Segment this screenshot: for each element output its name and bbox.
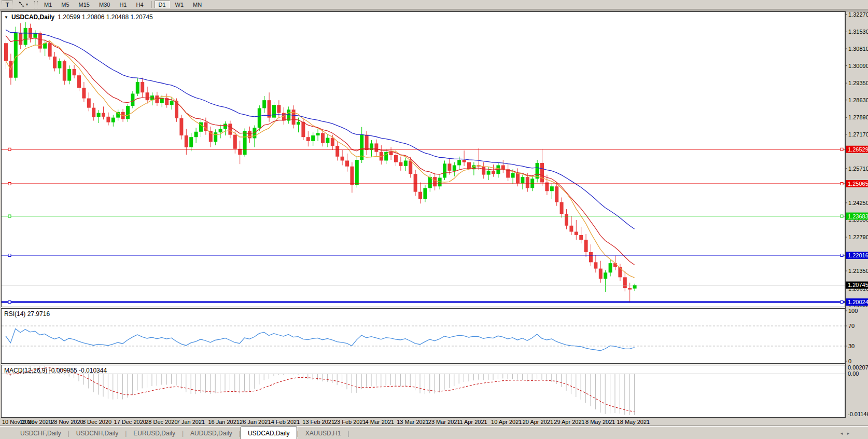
- rsi-scale-tick: 30: [848, 343, 855, 349]
- triangle-down-icon[interactable]: ▼: [4, 15, 8, 20]
- rsi-panel: RSI(14) 27.9716: [1, 308, 845, 364]
- chart-area: ▼ USDCAD,Daily 1.20599 1.20806 1.20488 1…: [0, 11, 868, 426]
- price-tick: 1.21350: [848, 268, 868, 274]
- tab-scroll-arrows: ◂▸: [841, 431, 853, 436]
- timeframe-button-m1[interactable]: M1: [40, 1, 56, 8]
- date-label: 13 Mar 2021: [397, 419, 429, 425]
- line-price-tag-text: 1.23683: [848, 213, 868, 220]
- plot-column: ▼ USDCAD,Daily 1.20599 1.20806 1.20488 1…: [1, 11, 845, 426]
- price-tick: 1.30810: [848, 46, 868, 52]
- timeframe-button-h1[interactable]: H1: [115, 1, 131, 8]
- chart-ohlc-values: 1.20599 1.20806 1.20488 1.20745: [58, 13, 153, 21]
- moving-average-fast: [6, 40, 635, 278]
- date-label: 8 Dec 2020: [82, 419, 111, 425]
- timeframe-toolbar: M1M5M15M30H1H4D1W1MN: [40, 1, 207, 8]
- line-handle[interactable]: [8, 215, 11, 217]
- macd-scale-max: 0.002074: [848, 364, 868, 371]
- terminal-window: T ▾ M1M5M15M30H1H4D1W1MN ▼ USDCAD,Daily …: [0, 0, 868, 439]
- date-label: 26 Jan 2021: [240, 419, 271, 425]
- candles-layer: [4, 22, 637, 303]
- chart-symbol-label: USDCAD,Daily: [11, 13, 54, 21]
- date-label: 17 Dec 2020: [114, 419, 146, 425]
- date-label: 10 Apr 2021: [491, 419, 522, 425]
- horizontal-line-1.22016[interactable]: [2, 254, 845, 256]
- rsi-scale-tick: 0: [848, 358, 851, 364]
- main-chart-canvas[interactable]: [2, 12, 845, 307]
- date-label: 23 Feb 2021: [334, 419, 366, 425]
- text-tool-button[interactable]: T: [2, 1, 13, 8]
- line-handle[interactable]: [8, 183, 11, 185]
- price-tick: 1.27890: [848, 114, 868, 120]
- chart-tab-audusd-daily[interactable]: AUDUSD,Daily: [184, 428, 239, 438]
- date-label: 20 Apr 2021: [523, 419, 553, 425]
- price-tick: 1.28630: [848, 97, 868, 103]
- timeframe-button-m15[interactable]: M15: [75, 1, 94, 8]
- timeframe-button-m5[interactable]: M5: [57, 1, 73, 8]
- toolbar: T ▾ M1M5M15M30H1H4D1W1MN: [0, 0, 868, 9]
- line-price-tag-text: 1.22016: [848, 252, 868, 258]
- macd-label: MACD(12,26,9) -0.009955 -0.010344: [4, 367, 107, 374]
- rsi-label: RSI(14) 27.9716: [4, 310, 50, 318]
- moving-average-mid: [6, 36, 635, 265]
- timeframe-button-w1[interactable]: W1: [171, 1, 188, 8]
- chart-tab-xauusd-h1[interactable]: XAUUSD,H1: [299, 428, 348, 438]
- horizontal-line-1.26529[interactable]: [2, 148, 845, 150]
- chart-tab-bar: USDCHF,Daily|USDCNH,Daily|EURUSD,Daily|A…: [0, 426, 868, 439]
- date-label: 7 Jan 2021: [177, 419, 205, 425]
- line-handle[interactable]: [841, 254, 843, 256]
- date-label: 16 Jan 2021: [208, 419, 240, 425]
- line-price-tag-text: 1.26529: [848, 146, 868, 153]
- macd-scale-min: -0.011462: [848, 411, 868, 417]
- macd-panel: MACD(12,26,9) -0.009955 -0.010344: [1, 365, 845, 418]
- chart-tab-usdcnh-daily[interactable]: USDCNH,Daily: [69, 428, 125, 438]
- timeframe-button-mn[interactable]: MN: [189, 1, 206, 8]
- main-chart-panel: ▼ USDCAD,Daily 1.20599 1.20806 1.20488 1…: [1, 11, 845, 307]
- macd-canvas[interactable]: [2, 365, 845, 417]
- date-label: 28 Nov 2020: [51, 419, 83, 425]
- line-price-tag-text: 1.20024: [848, 299, 868, 305]
- price-tick: 1.30090: [848, 63, 868, 69]
- line-handle[interactable]: [841, 148, 843, 150]
- horizontal-line-1.20024[interactable]: [2, 301, 845, 304]
- line-handle[interactable]: [8, 148, 11, 150]
- current-price-tag-text: 1.20745: [848, 282, 868, 288]
- date-label: 28 Dec 2020: [145, 419, 177, 425]
- time-axis[interactable]: 10 Nov 202019 Nov 202028 Nov 20208 Dec 2…: [1, 418, 845, 426]
- date-label: 8 May 2021: [585, 419, 615, 425]
- price-axis[interactable]: 1.322701.315301.308101.300901.293501.286…: [845, 11, 868, 418]
- date-label: 18 May 2021: [617, 419, 650, 425]
- chart-tab-usdcad-daily[interactable]: USDCAD,Daily: [241, 427, 297, 439]
- dual-arrow-pointer-icon: [18, 1, 25, 8]
- tab-divider: |: [347, 430, 349, 437]
- horizontal-line-1.25065[interactable]: [2, 183, 845, 185]
- tab-scroll-right-icon[interactable]: ▸: [847, 431, 853, 436]
- price-tick: 1.25710: [848, 166, 868, 172]
- macd-signal-line: [6, 368, 635, 412]
- rsi-scale-tick: 100: [848, 308, 858, 314]
- tab-scroll-left-icon[interactable]: ◂: [841, 431, 847, 436]
- rsi-canvas[interactable]: [2, 309, 845, 363]
- cursor-tool-button[interactable]: ▾: [16, 1, 30, 8]
- line-handle[interactable]: [841, 215, 843, 217]
- line-handle[interactable]: [841, 301, 843, 304]
- timeframe-button-d1[interactable]: D1: [155, 1, 170, 8]
- timeframe-button-m30[interactable]: M30: [95, 1, 114, 8]
- chart-tab-usdchf-daily[interactable]: USDCHF,Daily: [13, 428, 68, 438]
- price-tick: 1.31530: [848, 29, 868, 35]
- price-axis-canvas: 1.322701.315301.308101.300901.293501.286…: [845, 11, 868, 418]
- toolbar-separator: [151, 1, 152, 8]
- toolbar-grip[interactable]: [34, 1, 38, 8]
- rsi-line: [6, 329, 635, 351]
- price-tick: 1.29350: [848, 80, 868, 86]
- price-tick: 1.24250: [848, 200, 868, 206]
- rsi-scale-tick: 70: [848, 323, 855, 329]
- chart-tab-eurusd-daily[interactable]: EURUSD,Daily: [127, 428, 182, 438]
- date-label: 23 Mar 2021: [428, 419, 460, 425]
- line-handle[interactable]: [8, 301, 11, 304]
- horizontal-line-1.23683[interactable]: [2, 215, 845, 217]
- line-handle[interactable]: [8, 254, 11, 256]
- timeframe-button-h4[interactable]: H4: [132, 1, 147, 8]
- price-tick: 1.32270: [848, 11, 868, 18]
- line-handle[interactable]: [841, 183, 843, 185]
- price-tick: 1.27170: [848, 131, 868, 138]
